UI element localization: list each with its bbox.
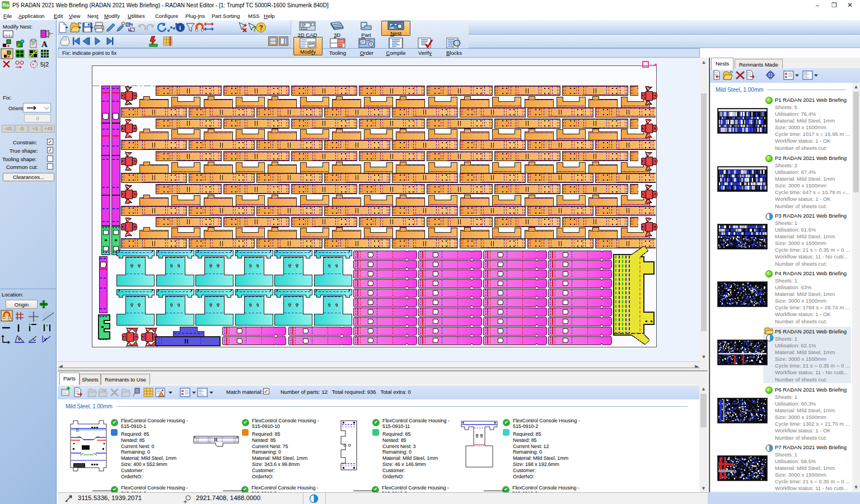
svg-text:D: D <box>76 428 79 432</box>
svg-text:A: A <box>41 40 48 49</box>
svg-text:?: ? <box>259 24 263 32</box>
svg-text:5|2: 5|2 <box>40 61 49 68</box>
svg-text:?: ? <box>253 25 256 33</box>
svg-text:i: i <box>179 24 181 31</box>
